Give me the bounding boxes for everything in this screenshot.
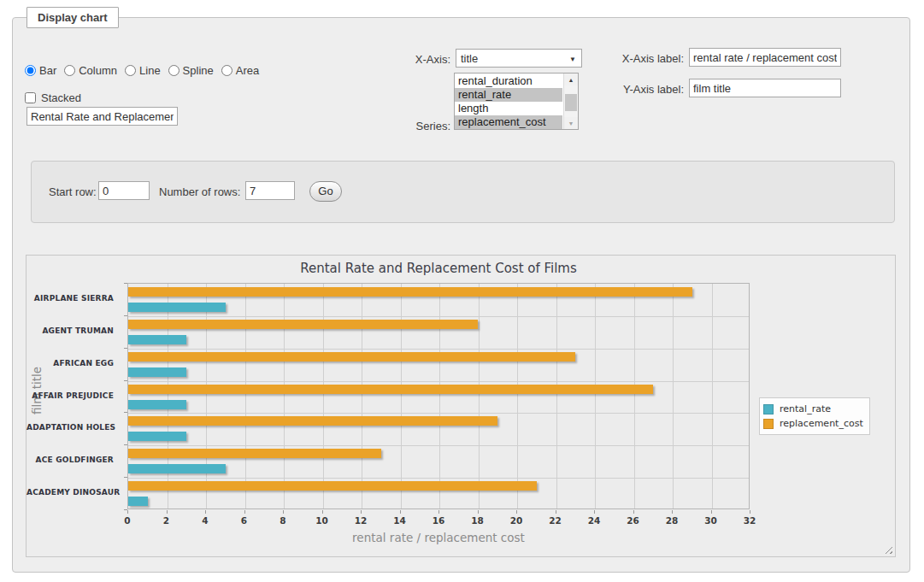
- y-tick-mark: [124, 348, 127, 349]
- legend-swatch-icon: [763, 419, 774, 429]
- scrollbar-thumb[interactable]: [565, 94, 577, 111]
- x-tick-label: 28: [659, 515, 685, 526]
- scroll-up-icon[interactable]: ▲: [564, 73, 578, 85]
- start-row-input[interactable]: [98, 181, 150, 200]
- x-tick-label: 4: [192, 515, 218, 526]
- chart-type-radio-spline[interactable]: [168, 65, 180, 76]
- gridline: [128, 413, 749, 414]
- chart-type-option-column[interactable]: Column: [64, 64, 117, 77]
- x-tick-mark: [438, 510, 439, 514]
- stacked-checkbox-row[interactable]: Stacked: [25, 91, 81, 104]
- x-tick-mark: [711, 510, 712, 514]
- x-tick-mark: [750, 510, 750, 514]
- x-tick-label: 0: [115, 515, 140, 526]
- x-tick-label: 16: [426, 515, 451, 526]
- legend-entry: replacement_cost: [763, 416, 863, 431]
- gridline: [595, 284, 596, 509]
- x-tick-label: 8: [270, 515, 296, 526]
- series-option-rental_rate[interactable]: rental_rate: [455, 88, 562, 102]
- chart-type-radio-bar[interactable]: [25, 65, 36, 76]
- category-label: AIRPLANE SIERRA: [26, 294, 121, 303]
- bar-rental_rate: [128, 367, 186, 377]
- legend-label: rental_rate: [780, 403, 831, 414]
- stacked-checkbox[interactable]: [25, 92, 36, 103]
- start-row-label: Start row:: [49, 185, 97, 198]
- series-option-length[interactable]: length: [455, 102, 562, 115]
- bar-replacement_cost: [128, 449, 381, 458]
- number-of-rows-label: Number of rows:: [159, 185, 240, 198]
- x-tick-label: 32: [737, 515, 762, 526]
- x-axis-select[interactable]: title ▼: [456, 49, 582, 68]
- chart-type-radio-line[interactable]: [125, 65, 136, 76]
- y-tick-mark: [124, 477, 127, 478]
- x-axis-label-field-label: X-Axis label:: [603, 52, 684, 65]
- x-tick-label: 6: [232, 515, 257, 526]
- chart-container: Rental Rate and Replacement Cost of Film…: [26, 255, 896, 557]
- series-options: rental_durationrental_ratelengthreplacem…: [455, 74, 562, 129]
- y-tick-mark: [124, 509, 127, 510]
- gridline: [362, 284, 362, 509]
- x-tick-mark: [633, 510, 634, 514]
- gridline: [128, 478, 749, 479]
- category-label: AGENT TRUMAN: [26, 326, 121, 335]
- x-axis-label-text: X-Axis:: [372, 53, 450, 66]
- panel-title: Display chart: [26, 7, 119, 28]
- gridline: [168, 284, 168, 509]
- gridline: [439, 284, 440, 509]
- x-tick-label: 22: [543, 515, 568, 526]
- x-tick-label: 14: [387, 515, 413, 526]
- chart-type-option-line[interactable]: Line: [125, 64, 161, 77]
- series-option-replacement_cost[interactable]: replacement_cost: [455, 115, 562, 129]
- y-axis-label-field-label: Y-Axis label:: [603, 83, 684, 96]
- y-tick-mark: [124, 412, 127, 413]
- x-tick-label: 10: [309, 515, 335, 526]
- series-listbox[interactable]: rental_durationrental_ratelengthreplacem…: [454, 73, 579, 130]
- x-tick-mark: [283, 510, 284, 514]
- gridline: [128, 381, 749, 382]
- display-chart-panel: Display chart BarColumnLineSplineArea St…: [12, 17, 910, 573]
- x-tick-mark: [594, 510, 595, 514]
- gridline: [206, 284, 207, 509]
- dropdown-arrow-icon: ▼: [569, 56, 576, 63]
- gridline: [556, 284, 557, 509]
- x-tick-mark: [556, 510, 556, 514]
- x-tick-mark: [400, 510, 401, 514]
- y-tick-mark: [124, 380, 127, 381]
- gridline: [245, 284, 246, 509]
- legend-swatch-icon: [763, 404, 774, 414]
- chart-type-option-spline[interactable]: Spline: [168, 64, 214, 77]
- bar-rental_rate: [128, 335, 186, 344]
- x-tick-mark: [127, 510, 128, 514]
- chart-title-input[interactable]: [26, 107, 178, 126]
- x-tick-mark: [244, 510, 245, 514]
- category-label: ACADEMY DINOSAUR: [26, 488, 121, 497]
- number-of-rows-input[interactable]: [245, 181, 295, 200]
- listbox-scrollbar[interactable]: ▲ ▼: [563, 73, 578, 129]
- legend-label: replacement_cost: [780, 418, 863, 429]
- x-tick-label: 18: [465, 515, 491, 526]
- bar-rental_rate: [128, 303, 226, 312]
- x-tick-mark: [361, 510, 362, 514]
- category-label: AFFAIR PREJUDICE: [26, 391, 121, 400]
- gridline: [479, 284, 480, 509]
- x-axis-label-input[interactable]: [689, 48, 841, 67]
- resize-handle-icon[interactable]: [884, 545, 892, 554]
- gridline: [128, 316, 749, 317]
- y-axis-label-input[interactable]: [689, 79, 841, 97]
- chart-type-option-area[interactable]: Area: [221, 64, 259, 77]
- chart-title: Rental Rate and Replacement Cost of Film…: [127, 261, 750, 276]
- gridline: [323, 284, 324, 509]
- chart-type-option-bar[interactable]: Bar: [25, 64, 56, 77]
- bar-replacement_cost: [128, 320, 478, 329]
- y-tick-mark: [124, 315, 127, 316]
- chart-type-radio-area[interactable]: [221, 65, 232, 76]
- x-axis-selected-value: title: [461, 52, 478, 65]
- gridline: [517, 284, 518, 509]
- go-button[interactable]: Go: [309, 181, 342, 202]
- scroll-down-icon[interactable]: ▼: [564, 117, 578, 129]
- chart-type-radio-column[interactable]: [64, 65, 75, 76]
- x-tick-label: 20: [503, 515, 529, 526]
- x-tick-mark: [322, 510, 323, 514]
- x-tick-mark: [672, 510, 673, 514]
- series-option-rental_duration[interactable]: rental_duration: [455, 74, 562, 88]
